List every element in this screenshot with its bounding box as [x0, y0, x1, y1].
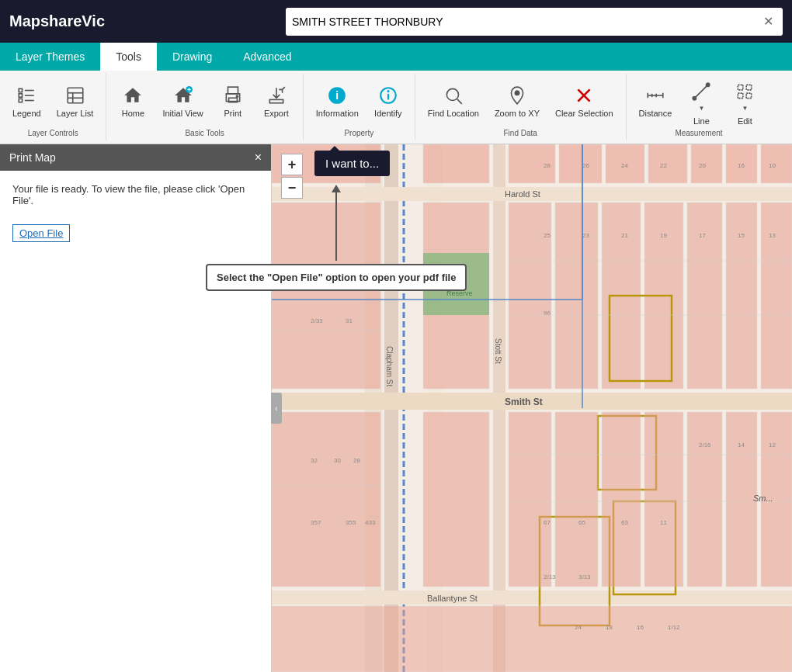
home-button[interactable]: Home: [113, 81, 153, 123]
line-dropdown-wrapper: ▼ Line: [681, 77, 721, 126]
svg-text:Harold St: Harold St: [505, 189, 540, 199]
toolbar: Legend Layer List Layer Controls Home: [0, 71, 792, 144]
svg-text:14: 14: [738, 442, 745, 449]
svg-line-22: [457, 99, 462, 103]
svg-text:20: 20: [699, 162, 706, 169]
svg-rect-67: [726, 203, 757, 389]
svg-text:17: 17: [699, 232, 706, 239]
app-header: MapshareVic ✕: [0, 0, 792, 43]
svg-text:28: 28: [544, 162, 551, 169]
svg-rect-80: [726, 412, 757, 587]
svg-text:96: 96: [544, 310, 551, 317]
svg-text:3/13: 3/13: [578, 573, 591, 580]
svg-text:2/16: 2/16: [699, 442, 711, 449]
svg-text:16: 16: [637, 624, 644, 631]
legend-label: Legend: [12, 109, 41, 118]
svg-rect-74: [423, 412, 489, 587]
tab-layer-themes[interactable]: Layer Themes: [0, 43, 100, 71]
svg-rect-75: [509, 412, 551, 587]
information-label: Information: [316, 109, 359, 118]
export-label: Export: [264, 109, 289, 118]
app-title: MapshareVic: [9, 12, 105, 30]
svg-text:23: 23: [582, 232, 589, 239]
svg-text:63: 63: [621, 519, 628, 526]
svg-rect-33: [738, 85, 744, 90]
svg-text:32: 32: [311, 457, 318, 464]
svg-text:65: 65: [578, 519, 585, 526]
measurement-group: Distance ▼ Line: [627, 74, 772, 140]
svg-point-23: [515, 91, 519, 95]
distance-button[interactable]: Distance: [633, 81, 679, 123]
svg-text:28: 28: [353, 457, 360, 464]
svg-rect-13: [228, 98, 237, 102]
svg-text:30: 30: [334, 457, 341, 464]
export-button[interactable]: Export: [256, 81, 297, 123]
line-label: Line: [693, 116, 710, 126]
svg-text:26: 26: [582, 162, 589, 169]
i-want-to-tooltip[interactable]: I want to...: [314, 151, 390, 176]
svg-text:15: 15: [738, 232, 745, 239]
svg-rect-50: [423, 144, 489, 183]
basic-tools-group-label: Basic Tools: [185, 129, 224, 140]
svg-point-32: [707, 83, 710, 86]
svg-rect-35: [738, 93, 744, 99]
svg-rect-2: [19, 99, 23, 102]
svg-rect-68: [761, 203, 792, 389]
layer-list-label: Layer List: [57, 109, 94, 118]
svg-point-21: [446, 88, 458, 100]
svg-rect-78: [644, 412, 683, 587]
svg-text:10: 10: [769, 162, 776, 169]
search-bar: ✕: [286, 8, 783, 36]
annotation-container: Select the "Open File" option to open yo…: [206, 191, 467, 291]
svg-text:31: 31: [346, 317, 353, 324]
tab-bar: Layer Themes Tools Drawing Advanced: [0, 43, 792, 71]
svg-text:25: 25: [544, 232, 551, 239]
svg-text:22: 22: [660, 162, 667, 169]
basic-tools-group: Home Initial View Print: [106, 74, 303, 140]
svg-rect-79: [687, 412, 722, 587]
identify-button[interactable]: Identify: [368, 81, 408, 123]
clear-selection-label: Clear Selection: [555, 109, 613, 118]
layer-list-button[interactable]: Layer List: [50, 81, 100, 123]
edit-dropdown-wrapper: ▼ Edit: [724, 77, 765, 126]
svg-rect-77: [602, 412, 641, 587]
tab-advanced[interactable]: Advanced: [228, 43, 307, 71]
svg-text:1/12: 1/12: [668, 624, 680, 631]
svg-rect-36: [747, 93, 752, 99]
svg-rect-1: [19, 93, 23, 96]
svg-point-31: [693, 97, 696, 100]
tab-tools[interactable]: Tools: [100, 43, 157, 71]
line-button[interactable]: ▼: [681, 77, 721, 116]
svg-text:11: 11: [660, 519, 667, 526]
edit-label: Edit: [738, 116, 752, 126]
svg-text:24: 24: [621, 162, 628, 169]
svg-rect-15: [269, 99, 283, 102]
svg-rect-57: [761, 144, 792, 183]
svg-text:18: 18: [606, 624, 613, 631]
svg-rect-34: [747, 85, 752, 90]
tab-drawing[interactable]: Drawing: [157, 43, 228, 71]
svg-text:Clapham St: Clapham St: [385, 346, 394, 386]
svg-rect-55: [691, 144, 722, 183]
find-location-button[interactable]: Find Location: [422, 81, 485, 123]
zoom-to-xy-button[interactable]: Zoom to XY: [488, 81, 546, 123]
clear-selection-button[interactable]: Clear Selection: [549, 81, 620, 123]
open-file-link[interactable]: Open File: [12, 224, 70, 242]
svg-text:Sm...: Sm...: [753, 494, 773, 503]
initial-view-label: Initial View: [162, 109, 203, 118]
print-button[interactable]: Print: [213, 81, 253, 123]
svg-text:i: i: [335, 88, 339, 102]
find-data-group: Find Location Zoom to XY Clear Selection…: [415, 74, 627, 140]
legend-button[interactable]: Legend: [6, 81, 47, 123]
svg-rect-52: [559, 144, 602, 183]
search-clear-icon[interactable]: ✕: [760, 12, 776, 30]
zoom-in-button[interactable]: +: [281, 154, 303, 175]
distance-label: Distance: [639, 109, 672, 118]
svg-rect-62: [509, 203, 551, 389]
information-button[interactable]: i Information: [310, 81, 365, 123]
side-panel-close-button[interactable]: ×: [255, 151, 262, 165]
search-input[interactable]: [292, 16, 760, 28]
edit-button[interactable]: ▼: [724, 77, 765, 116]
initial-view-button[interactable]: Initial View: [156, 81, 209, 123]
panel-collapse-button[interactable]: ‹: [271, 393, 282, 424]
